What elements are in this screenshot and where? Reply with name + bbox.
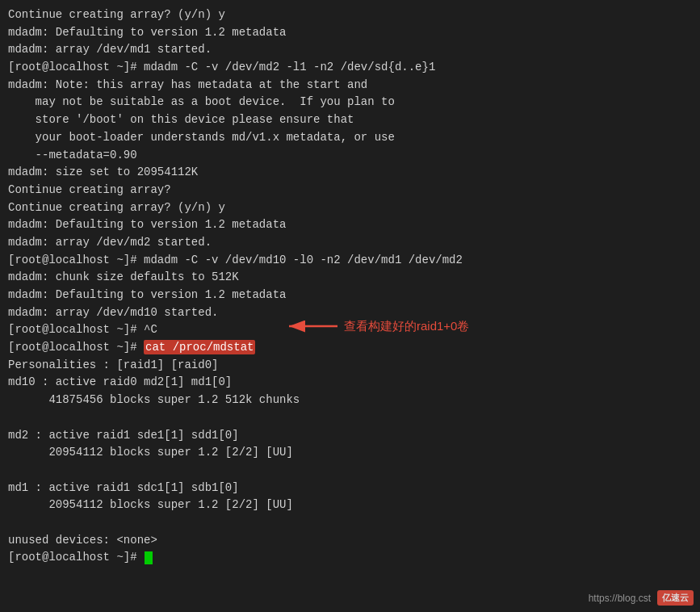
line-5: mdadm: Note: this array has metadata at …: [8, 77, 692, 94]
line-9: --metadata=0.90: [8, 147, 692, 165]
line-23: 41875456 blocks super 1.2 512k chunks: [8, 392, 692, 409]
line-16: mdadm: chunk size defaults to 512K: [8, 269, 692, 287]
terminal-window: Continue creating array? (y/n) y mdadm: …: [0, 0, 700, 612]
watermark-logo: 亿速云: [657, 590, 694, 606]
watermark: https://blog.cst 亿速云: [589, 590, 694, 606]
line-32: [root@localhost ~]#: [8, 549, 692, 567]
line-15: [root@localhost ~]# mdadm -C -v /dev/md1…: [8, 252, 692, 270]
line-30: [8, 514, 692, 532]
line-17: mdadm: Defaulting to version 1.2 metadat…: [8, 287, 692, 304]
annotation-container: 查看构建好的raid1+0卷: [283, 316, 469, 336]
annotation-text: 查看构建好的raid1+0卷: [344, 319, 469, 334]
line-6: may not be suitable as a boot device. If…: [8, 94, 692, 111]
line-11: Continue creating array?: [8, 182, 692, 199]
line-26: 20954112 blocks super 1.2 [2/2] [UU]: [8, 444, 692, 462]
line-27: [8, 462, 692, 480]
line-25: md2 : active raid1 sde1[1] sdd1[0]: [8, 427, 692, 445]
line-2: mdadm: Defaulting to version 1.2 metadat…: [8, 24, 692, 42]
line-10: mdadm: size set to 20954112K: [8, 164, 692, 182]
line-21: Personalities : [raid1] [raid0]: [8, 357, 692, 375]
line-31: unused devices: <none>: [8, 532, 692, 550]
line-24: [8, 409, 692, 427]
line-22: md10 : active raid0 md2[1] md1[0]: [8, 374, 692, 392]
watermark-url: https://blog.cst: [589, 593, 651, 604]
line-7: store '/boot' on this device please ensu…: [8, 111, 692, 129]
line-8: your boot-loader understands md/v1.x met…: [8, 129, 692, 147]
arrow-icon: [283, 316, 339, 336]
highlighted-command: cat /proc/mdstat: [144, 340, 255, 354]
line-13: mdadm: Defaulting to version 1.2 metadat…: [8, 216, 692, 234]
line-14: mdadm: array /dev/md2 started.: [8, 234, 692, 252]
line-20: [root@localhost ~]# cat /proc/mdstat: [8, 339, 692, 357]
line-1: Continue creating array? (y/n) y: [8, 6, 692, 24]
line-3: mdadm: array /dev/md1 started.: [8, 41, 692, 59]
line-4: [root@localhost ~]# mdadm -C -v /dev/md2…: [8, 59, 692, 77]
line-28: md1 : active raid1 sdc1[1] sdb1[0]: [8, 480, 692, 497]
terminal-cursor: [145, 551, 153, 564]
line-29: 20954112 blocks super 1.2 [2/2] [UU]: [8, 497, 692, 514]
line-12: Continue creating array? (y/n) y: [8, 199, 692, 217]
